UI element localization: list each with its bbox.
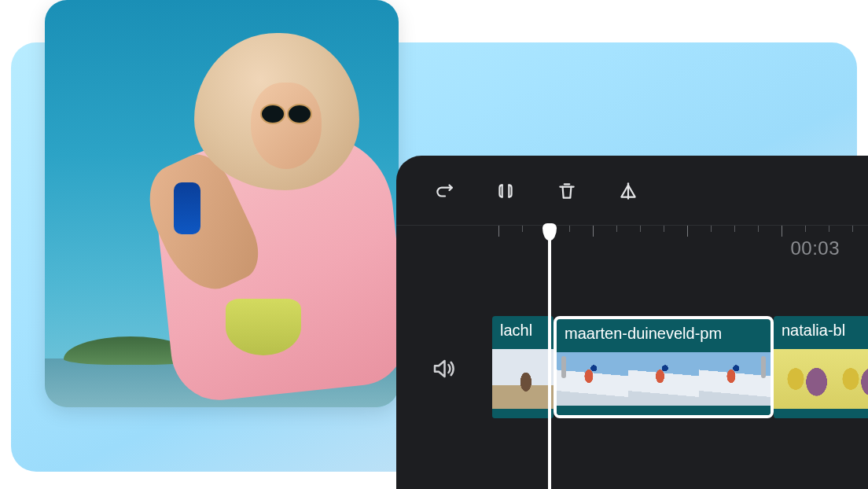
thumbnail — [699, 352, 771, 406]
clip-thumbnails — [492, 344, 554, 418]
trim-handle-left[interactable] — [561, 356, 566, 378]
clip-natalia[interactable]: natalia-bl — [774, 316, 868, 418]
split-icon — [495, 181, 516, 201]
ruler-tick — [569, 226, 570, 232]
ruler-tick — [734, 226, 735, 232]
ruler-tick — [498, 226, 499, 237]
preview-art — [226, 299, 301, 355]
thumbnail — [774, 349, 829, 409]
clip-lachl[interactable]: lachl — [492, 316, 554, 418]
redo-button[interactable] — [432, 179, 456, 203]
mirror-icon — [618, 181, 638, 201]
ruler-tick — [805, 226, 806, 232]
ruler-tick — [616, 226, 617, 232]
thumbnail — [628, 352, 700, 406]
preview-art — [251, 83, 322, 169]
speaker-icon — [431, 357, 454, 381]
preview-art — [174, 182, 200, 234]
editor-toolbar — [432, 179, 640, 203]
clip-maarten[interactable]: maarten-duineveld-pm — [554, 316, 774, 418]
clip-label: natalia-bl — [774, 316, 868, 344]
ruler-tick — [640, 226, 641, 232]
trim-handle-right[interactable] — [761, 356, 766, 378]
redo-icon — [434, 181, 454, 201]
thumbnail — [829, 349, 868, 409]
preview-art — [260, 104, 312, 123]
split-button[interactable] — [494, 179, 517, 203]
thumbnail — [492, 349, 554, 409]
ruler-tick — [664, 226, 664, 232]
mirror-button[interactable] — [616, 179, 640, 203]
ruler-tick — [829, 226, 829, 232]
thumbnail — [557, 352, 628, 406]
ruler-tick — [758, 226, 759, 232]
clip-label: maarten-duineveld-pm — [557, 319, 771, 347]
ruler-tick — [782, 226, 782, 237]
playhead-timecode: 00:03 — [790, 237, 840, 259]
ruler-tick — [852, 226, 853, 232]
playhead[interactable] — [548, 225, 551, 489]
ruler-tick — [593, 226, 594, 237]
trash-icon — [557, 181, 577, 201]
video-preview[interactable] — [45, 0, 399, 407]
timeline-editor: 00:03 lachlmaarten-duineveld-pmnatalia-b… — [396, 156, 868, 489]
ruler-tick — [687, 226, 688, 237]
delete-button[interactable] — [555, 179, 579, 203]
audio-toggle-button[interactable] — [431, 357, 454, 384]
clip-thumbnails — [774, 344, 868, 418]
clip-label: lachl — [492, 316, 554, 344]
ruler-tick — [522, 226, 523, 232]
clip-thumbnails — [557, 347, 771, 415]
ruler-tick — [711, 226, 712, 232]
